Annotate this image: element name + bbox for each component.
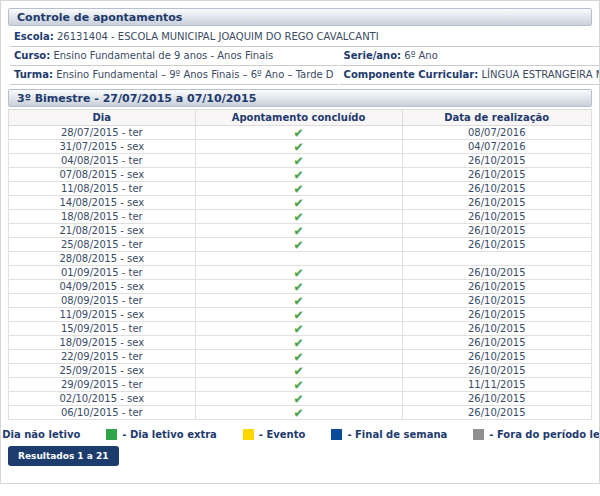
- table-row: 15/09/2015 - ter ✔ 26/10/2015: [9, 322, 592, 336]
- table-row: 11/09/2015 - sex ✔ 26/10/2015: [9, 308, 592, 322]
- column-header-apontamento-concluido: Apontamento concluído: [195, 110, 402, 126]
- data-realizacao-cell: 26/10/2015: [402, 196, 592, 210]
- apontamento-concluido-cell: ✔: [195, 126, 402, 140]
- legend-item-label: - Fora do período letivo: [489, 429, 600, 440]
- check-icon: ✔: [293, 308, 303, 322]
- check-icon: ✔: [293, 364, 303, 378]
- table-row: 21/08/2015 - sex ✔ 26/10/2015: [9, 224, 592, 238]
- dia-cell: 29/09/2015 - ter: [9, 378, 196, 392]
- dia-cell: 04/09/2015 - sex: [9, 280, 196, 294]
- legend-item: - Fora do período letivo: [473, 429, 600, 440]
- apontamento-concluido-cell: ✔: [195, 210, 402, 224]
- table-row: 29/09/2015 - ter ✔ 11/11/2015: [9, 378, 592, 392]
- check-icon: ✔: [293, 154, 303, 168]
- apontamento-concluido-cell: ✔: [195, 322, 402, 336]
- legend-color-swatch-icon: [243, 429, 254, 440]
- table-row: 08/09/2015 - ter ✔ 26/10/2015: [9, 294, 592, 308]
- check-icon: ✔: [293, 280, 303, 294]
- check-icon: ✔: [293, 322, 303, 336]
- apontamento-concluido-cell: ✔: [195, 196, 402, 210]
- curso-label: Curso:: [14, 50, 50, 61]
- check-icon: ✔: [293, 182, 303, 196]
- apontamento-concluido-cell: ✔: [195, 140, 402, 154]
- table-row: 06/10/2015 - ter ✔ 26/10/2015: [9, 406, 592, 420]
- data-realizacao-cell: 04/07/2016: [402, 140, 592, 154]
- table-row: 11/08/2015 - ter ✔ 26/10/2015: [9, 182, 592, 196]
- table-row: 28/08/2015 - sex: [9, 252, 592, 266]
- info-row-curso: Curso: Ensino Fundamental de 9 anos - An…: [10, 47, 600, 66]
- apontamento-concluido-cell: ✔: [195, 406, 402, 420]
- check-icon: ✔: [293, 168, 303, 182]
- apontamento-concluido-cell: ✔: [195, 280, 402, 294]
- dia-cell: 21/08/2015 - sex: [9, 224, 196, 238]
- dia-cell: 14/08/2015 - sex: [9, 196, 196, 210]
- apontamento-concluido-cell: ✔: [195, 266, 402, 280]
- table-row: 31/07/2015 - sex ✔ 04/07/2016: [9, 140, 592, 154]
- table-row: 04/08/2015 - ter ✔ 26/10/2015: [9, 154, 592, 168]
- data-realizacao-cell: 26/10/2015: [402, 266, 592, 280]
- dia-cell: 01/09/2015 - ter: [9, 266, 196, 280]
- apontamentos-panel: Controle de apontamentos Escola: 2613140…: [0, 0, 600, 484]
- curso-value: Ensino Fundamental de 9 anos - Anos Fina…: [53, 50, 273, 61]
- dia-cell: 11/08/2015 - ter: [9, 182, 196, 196]
- apontamentos-table-body: 28/07/2015 - ter ✔ 08/07/2016 31/07/2015…: [9, 126, 592, 420]
- dia-cell: 08/09/2015 - ter: [9, 294, 196, 308]
- apontamento-concluido-cell: ✔: [195, 308, 402, 322]
- curso-cell: Curso: Ensino Fundamental de 9 anos - An…: [10, 47, 338, 66]
- serie-ano-value: 6º Ano: [404, 50, 438, 61]
- data-realizacao-cell: 26/10/2015: [402, 210, 592, 224]
- legend-item-label: - Dia não letivo: [0, 429, 80, 440]
- data-realizacao-cell: 26/10/2015: [402, 280, 592, 294]
- apontamento-concluido-cell: ✔: [195, 182, 402, 196]
- dia-cell: 22/09/2015 - ter: [9, 350, 196, 364]
- table-row: 18/09/2015 - sex ✔ 26/10/2015: [9, 336, 592, 350]
- turma-label: Turma:: [14, 69, 53, 80]
- turma-cell: Turma: Ensino Fundamental – 9º Anos Fina…: [10, 66, 338, 85]
- apontamento-concluido-cell: ✔: [195, 378, 402, 392]
- legend-color-swatch-icon: [331, 429, 342, 440]
- serie-ano-label: Serie/ano:: [344, 50, 402, 61]
- table-row: 18/08/2015 - ter ✔ 26/10/2015: [9, 210, 592, 224]
- data-realizacao-cell: 26/10/2015: [402, 392, 592, 406]
- data-realizacao-cell: 26/10/2015: [402, 406, 592, 420]
- apontamento-concluido-cell: [195, 252, 402, 266]
- table-row: 25/08/2015 - ter ✔ 26/10/2015: [9, 238, 592, 252]
- check-icon: ✔: [293, 196, 303, 210]
- data-realizacao-cell: 08/07/2016: [402, 126, 592, 140]
- dia-cell: 15/09/2015 - ter: [9, 322, 196, 336]
- dia-cell: 28/08/2015 - sex: [9, 252, 196, 266]
- componente-curricular-cell: Componente Curricular: LÍNGUA ESTRANGEIR…: [340, 66, 600, 85]
- dia-cell: 06/10/2015 - ter: [9, 406, 196, 420]
- legend-item: - Evento: [243, 429, 306, 440]
- check-icon: ✔: [293, 350, 303, 364]
- data-realizacao-cell: 26/10/2015: [402, 168, 592, 182]
- apontamento-concluido-cell: ✔: [195, 168, 402, 182]
- legend-item: - Dia letivo extra: [106, 429, 217, 440]
- check-icon: ✔: [293, 126, 303, 140]
- table-row: 01/09/2015 - ter ✔ 26/10/2015: [9, 266, 592, 280]
- dia-cell: 25/08/2015 - ter: [9, 238, 196, 252]
- dia-cell: 18/08/2015 - ter: [9, 210, 196, 224]
- apontamento-concluido-cell: ✔: [195, 336, 402, 350]
- info-row-turma: Turma: Ensino Fundamental – 9º Anos Fina…: [10, 66, 600, 85]
- table-row: 28/07/2015 - ter ✔ 08/07/2016: [9, 126, 592, 140]
- apontamento-concluido-cell: ✔: [195, 154, 402, 168]
- check-icon: ✔: [293, 224, 303, 238]
- check-icon: ✔: [293, 266, 303, 280]
- data-realizacao-cell: 26/10/2015: [402, 308, 592, 322]
- dia-cell: 02/10/2015 - sex: [9, 392, 196, 406]
- escola-cell: Escola: 26131404 - ESCOLA MUNICIPAL JOAQ…: [10, 28, 600, 47]
- info-row-escola: Escola: 26131404 - ESCOLA MUNICIPAL JOAQ…: [10, 28, 600, 47]
- table-row: 22/09/2015 - ter ✔ 26/10/2015: [9, 350, 592, 364]
- data-realizacao-cell: 26/10/2015: [402, 364, 592, 378]
- legend: - Dia não letivo - Dia letivo extra - Ev…: [8, 426, 592, 442]
- apontamento-concluido-cell: ✔: [195, 294, 402, 308]
- apontamento-concluido-cell: ✔: [195, 350, 402, 364]
- data-realizacao-cell: [402, 252, 592, 266]
- apontamento-concluido-cell: ✔: [195, 364, 402, 378]
- check-icon: ✔: [293, 294, 303, 308]
- apontamento-concluido-cell: ✔: [195, 392, 402, 406]
- dia-cell: 18/09/2015 - sex: [9, 336, 196, 350]
- apontamento-concluido-cell: ✔: [195, 238, 402, 252]
- check-icon: ✔: [293, 406, 303, 420]
